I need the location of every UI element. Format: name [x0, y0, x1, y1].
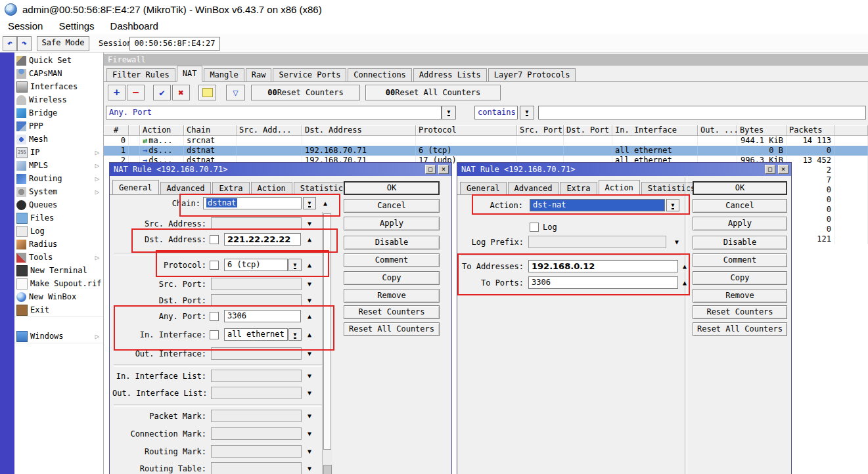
- tab-advanced[interactable]: Advanced: [160, 182, 212, 194]
- dialog-titlebar[interactable]: NAT Rule <192.168.70.71>: [110, 163, 451, 176]
- reset-counters-button[interactable]: Reset Counters: [344, 305, 440, 319]
- protocol-input[interactable]: 6 (tcp): [224, 259, 288, 271]
- log-prefix-input[interactable]: [528, 236, 666, 248]
- enable-rule-button[interactable]: ✔: [153, 85, 171, 100]
- tab-action[interactable]: Action: [251, 182, 292, 194]
- close-icon[interactable]: ×: [778, 165, 788, 174]
- close-icon[interactable]: ×: [438, 165, 449, 174]
- tab-nat[interactable]: NAT: [177, 66, 203, 82]
- log-checkbox[interactable]: [530, 223, 539, 232]
- dialog-scrollbar[interactable]: [322, 212, 332, 474]
- tab-connections[interactable]: Connections: [348, 68, 411, 81]
- redo-button[interactable]: ↷: [17, 36, 32, 51]
- col-packets[interactable]: Packets: [787, 125, 834, 136]
- collapse-arrow-icon[interactable]: ▲: [304, 328, 315, 341]
- any-port-checkbox[interactable]: [210, 312, 219, 321]
- copy-button[interactable]: Copy: [344, 271, 440, 285]
- expand-arrow-icon[interactable]: ▼: [304, 294, 315, 307]
- col-chain[interactable]: Chain: [184, 125, 237, 136]
- expand-arrow-icon[interactable]: ▼: [304, 347, 315, 360]
- scrollbar-down-button[interactable]: [323, 465, 332, 474]
- expand-arrow-icon[interactable]: ▼: [672, 236, 682, 248]
- tab-mangle[interactable]: Mangle: [204, 68, 244, 81]
- tab-address-lists[interactable]: Address Lists: [413, 68, 487, 81]
- reset-counters-button[interactable]: 00Reset Counters: [251, 85, 360, 100]
- tab-extra[interactable]: Extra: [560, 182, 597, 194]
- sidebar-item-system[interactable]: System▷: [14, 185, 103, 199]
- col-protocol[interactable]: Protocol: [416, 125, 517, 136]
- tab-action[interactable]: Action: [599, 180, 640, 195]
- collapse-arrow-icon[interactable]: ▲: [304, 310, 315, 322]
- reset-all-counters-button[interactable]: Reset All Counters: [344, 322, 440, 336]
- sidebar-item-queues[interactable]: Queues: [14, 198, 103, 212]
- expand-arrow-icon[interactable]: ▼: [304, 387, 315, 399]
- sidebar-item-new-terminal[interactable]: New Terminal: [14, 264, 103, 278]
- filter-field-dropdown-button[interactable]: ▼: [442, 106, 456, 119]
- connection-mark-input[interactable]: [211, 427, 302, 440]
- chain-input[interactable]: dstnat: [203, 197, 302, 209]
- cancel-button[interactable]: Cancel: [344, 199, 440, 213]
- collapse-arrow-icon[interactable]: ▲: [679, 260, 690, 272]
- sidebar-item-radius[interactable]: Radius: [14, 238, 103, 251]
- col-action[interactable]: Action: [140, 125, 184, 136]
- sidebar-item-mesh[interactable]: Mesh: [14, 133, 103, 146]
- remove-button[interactable]: Remove: [344, 289, 440, 303]
- sidebar-item-ppp[interactable]: PPP: [14, 119, 103, 133]
- disable-rule-button[interactable]: ✖: [172, 85, 190, 100]
- in-interface-dropdown-button[interactable]: ▼: [288, 328, 302, 341]
- sidebar-item-log[interactable]: Log: [14, 225, 103, 238]
- filter-field-select[interactable]: Any. Port: [106, 106, 442, 119]
- session-value-box[interactable]: 00:50:56:8F:E4:27: [129, 37, 220, 51]
- tab-general[interactable]: General: [112, 180, 159, 195]
- sidebar-item-files[interactable]: Files: [14, 211, 103, 225]
- remove-button[interactable]: Remove: [693, 289, 787, 303]
- expand-arrow-icon[interactable]: ▼: [304, 445, 315, 458]
- expand-arrow-icon[interactable]: ▼: [304, 217, 315, 230]
- firewall-window-title[interactable]: Firewall: [104, 54, 868, 66]
- sidebar-item-wireless[interactable]: Wireless: [14, 93, 103, 107]
- out-interface-input[interactable]: [211, 347, 302, 360]
- protocol-checkbox[interactable]: [210, 261, 219, 270]
- col-extra[interactable]: [834, 125, 868, 136]
- tab-extra[interactable]: Extra: [212, 182, 249, 194]
- col-src-port[interactable]: Src. Port: [517, 125, 564, 136]
- col-src-address[interactable]: Src. Add...: [237, 125, 302, 136]
- routing-mark-input[interactable]: [211, 445, 302, 458]
- reset-all-counters-button[interactable]: Reset All Counters: [693, 322, 787, 336]
- sidebar-item-tools[interactable]: Tools▷: [14, 251, 103, 265]
- sidebar-item-windows[interactable]: Windows▷: [14, 330, 103, 343]
- table-row[interactable]: 0 ⇄ma... srcnat 944.1 KiB 14 113: [104, 136, 868, 146]
- maximize-icon[interactable]: □: [765, 165, 775, 174]
- comment-button[interactable]: [198, 85, 216, 100]
- to-ports-input[interactable]: 3306: [528, 276, 678, 289]
- src-address-input[interactable]: [211, 217, 302, 230]
- col-dst-address[interactable]: Dst. Address: [302, 125, 416, 136]
- window-titlebar[interactable]: admin@00:50:56:8F:E4:27 (MikroTik) - Win…: [0, 0, 868, 18]
- dialog-titlebar[interactable]: NAT Rule <192.168.70.71>: [457, 163, 791, 176]
- sidebar-item-quick-set[interactable]: Quick Set: [14, 54, 103, 68]
- remove-rule-button[interactable]: −: [127, 85, 145, 100]
- sidebar-item-make-supout[interactable]: Make Supout.rif: [14, 277, 103, 291]
- disable-button[interactable]: Disable: [693, 236, 787, 249]
- collapse-arrow-icon[interactable]: ▲: [304, 259, 315, 271]
- ok-button[interactable]: OK: [344, 181, 440, 195]
- expand-arrow-icon[interactable]: ▼: [304, 410, 315, 422]
- sidebar-item-bridge[interactable]: Bridge: [14, 106, 103, 120]
- col-flags[interactable]: [129, 125, 140, 136]
- src-port-input[interactable]: [211, 278, 302, 290]
- tab-layer7-protocols[interactable]: Layer7 Protocols: [488, 68, 576, 81]
- filter-operator-select[interactable]: contains: [474, 106, 518, 119]
- reset-all-counters-button[interactable]: 00Reset All Counters: [365, 85, 501, 100]
- disable-button[interactable]: Disable: [344, 236, 440, 249]
- sidebar-item-exit[interactable]: Exit: [14, 303, 103, 317]
- reset-counters-button[interactable]: Reset Counters: [693, 305, 787, 319]
- menu-settings[interactable]: Settings: [51, 18, 102, 34]
- tab-advanced[interactable]: Advanced: [508, 182, 559, 194]
- sidebar-item-new-winbox[interactable]: New WinBox: [14, 290, 103, 304]
- action-dropdown-button[interactable]: ▼: [666, 199, 679, 211]
- in-interface-input[interactable]: all ethernet: [224, 328, 288, 341]
- col-number[interactable]: #: [104, 125, 129, 136]
- in-interface-checkbox[interactable]: [210, 330, 219, 339]
- collapse-arrow-icon[interactable]: ▲: [679, 276, 690, 289]
- chain-dropdown-button[interactable]: ▼: [303, 197, 316, 209]
